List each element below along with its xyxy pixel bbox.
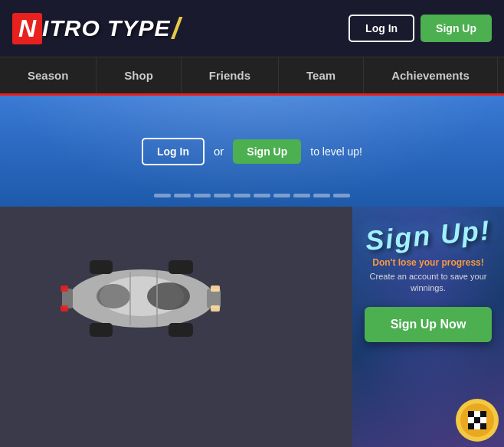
- nav-item-friends[interactable]: Friends: [182, 57, 279, 93]
- signup-now-button[interactable]: Sign Up Now: [365, 307, 492, 342]
- svg-rect-18: [468, 411, 474, 417]
- promo-inner: Log In or Sign Up to level up!: [142, 138, 362, 165]
- header-login-button[interactable]: Log In: [349, 15, 414, 42]
- logo-slash: /: [172, 12, 180, 45]
- race-track: [0, 207, 352, 447]
- progress-segment: [214, 194, 231, 197]
- svg-point-2: [147, 282, 190, 310]
- promo-cta-text: to level up!: [310, 145, 362, 158]
- car-icon: [57, 253, 226, 344]
- svg-rect-21: [468, 417, 474, 423]
- nav-item-team[interactable]: Team: [279, 57, 364, 93]
- progress-segment: [154, 194, 171, 197]
- header-buttons: Log In Sign Up: [349, 15, 492, 42]
- signup-title: Sign Up!: [365, 217, 492, 255]
- svg-rect-20: [480, 411, 486, 417]
- progress-segment: [293, 194, 310, 197]
- svg-rect-19: [474, 411, 480, 417]
- promo-progress-bar: [154, 194, 350, 197]
- svg-rect-9: [61, 305, 68, 312]
- nav-item-season[interactable]: Season: [0, 57, 97, 93]
- svg-rect-13: [90, 323, 113, 337]
- logo-text: ITRO TYPE: [42, 15, 170, 41]
- signup-subtitle: Don't lose your progress!: [372, 257, 484, 268]
- logo-container: N ITRO TYPE /: [12, 12, 180, 45]
- logo: N ITRO TYPE /: [12, 12, 180, 45]
- progress-segment: [273, 194, 290, 197]
- progress-segment: [174, 194, 191, 197]
- svg-rect-22: [474, 417, 480, 423]
- promo-banner: Log In or Sign Up to level up!: [0, 96, 504, 207]
- svg-rect-8: [61, 285, 68, 292]
- svg-rect-25: [474, 423, 480, 429]
- svg-rect-6: [211, 305, 220, 312]
- promo-signup-button[interactable]: Sign Up: [233, 139, 301, 164]
- nav-item-achievements[interactable]: Achievements: [364, 57, 498, 93]
- progress-segment: [313, 194, 330, 197]
- svg-rect-5: [211, 285, 220, 292]
- header: N ITRO TYPE / Log In Sign Up: [0, 0, 504, 57]
- logo-n: N: [12, 13, 42, 44]
- nav: Season Shop Friends Team Achievements: [0, 57, 504, 96]
- svg-rect-12: [90, 260, 113, 274]
- promo-login-button[interactable]: Log In: [142, 138, 205, 165]
- svg-rect-26: [480, 423, 486, 429]
- car-container: [57, 253, 226, 347]
- progress-segment: [254, 194, 270, 197]
- signup-description: Create an account to save your winnings.: [365, 271, 492, 295]
- promo-or-text: or: [214, 145, 224, 158]
- svg-rect-24: [468, 423, 474, 429]
- svg-point-3: [97, 284, 130, 308]
- nav-item-shop[interactable]: Shop: [97, 57, 182, 93]
- header-signup-button[interactable]: Sign Up: [421, 15, 492, 42]
- progress-segment: [194, 194, 211, 197]
- checkered-flag-icon: [454, 397, 504, 447]
- svg-rect-23: [480, 417, 486, 423]
- progress-segment: [234, 194, 250, 197]
- signup-panel: Sign Up! Don't lose your progress! Creat…: [352, 207, 504, 447]
- progress-segment: [333, 194, 350, 197]
- svg-rect-10: [169, 260, 193, 274]
- svg-rect-11: [169, 323, 193, 337]
- game-area: Sign Up! Don't lose your progress! Creat…: [0, 207, 504, 447]
